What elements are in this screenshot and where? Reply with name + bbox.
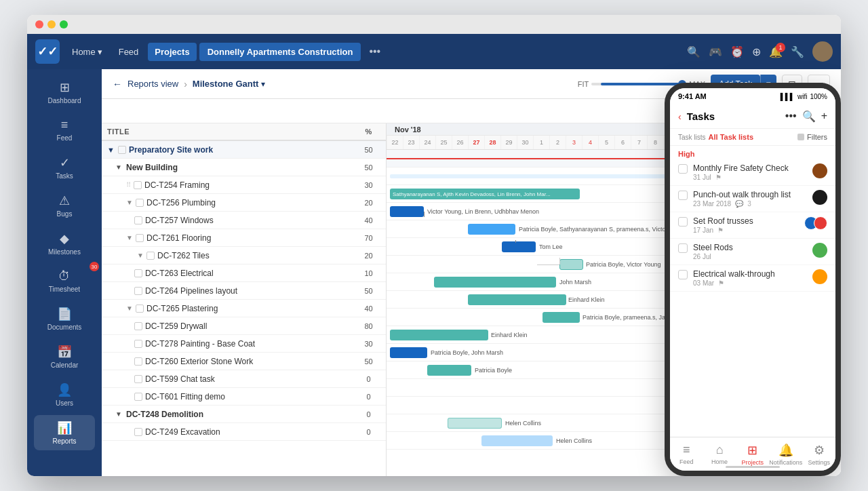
breadcrumb-reports[interactable]: Reports view xyxy=(127,79,178,89)
close-button[interactable] xyxy=(35,20,43,28)
mobile-add-icon[interactable]: + xyxy=(821,110,827,123)
mobile-task-checkbox[interactable] xyxy=(678,243,688,253)
mobile-nav-feed[interactable]: ≡ Feed xyxy=(670,437,703,471)
expand-icon[interactable]: ▼ xyxy=(126,234,133,241)
task-checkbox[interactable] xyxy=(134,181,142,189)
back-button[interactable]: ← xyxy=(113,79,122,90)
task-row[interactable]: DC-T260 Exterior Stone Work 50 xyxy=(102,353,386,370)
all-tasks-link[interactable]: All Task lists xyxy=(709,133,753,141)
task-checkbox[interactable] xyxy=(136,234,144,242)
expand-icon[interactable]: ▼ xyxy=(126,199,133,206)
gantt-bar-demolition[interactable] xyxy=(448,418,502,429)
notifications[interactable]: 🔔 1 xyxy=(769,45,783,58)
sidebar-item-feed[interactable]: ≡ Feed xyxy=(34,113,95,147)
task-row[interactable]: DC-T259 Drywall 80 xyxy=(102,317,386,335)
task-row[interactable]: DC-T599 Chat task 0 xyxy=(102,370,386,388)
task-checkbox[interactable] xyxy=(136,199,144,207)
task-checkbox[interactable] xyxy=(134,322,142,330)
task-row[interactable]: DC-T601 Fitting demo 0 xyxy=(102,388,386,406)
filter-left: Task lists All Task lists xyxy=(678,133,753,141)
task-row[interactable]: DC-T263 Electrical 10 xyxy=(102,264,386,282)
task-row[interactable]: ⠿ DC-T254 Framing 30 xyxy=(102,176,386,194)
task-row[interactable]: ▼ New Building 50 xyxy=(102,159,386,176)
mobile-task-checkbox[interactable] xyxy=(678,164,688,174)
gantt-bar-tiles[interactable] xyxy=(559,259,583,270)
mobile-search-icon[interactable]: 🔍 xyxy=(802,110,816,123)
nav-feed[interactable]: Feed xyxy=(112,43,146,61)
user-avatar[interactable] xyxy=(812,41,833,62)
task-checkbox[interactable] xyxy=(134,340,142,348)
sidebar-item-dashboard[interactable]: ⊞ Dashboard xyxy=(34,75,95,110)
gantt-bar-pipelines[interactable] xyxy=(468,294,566,305)
view-dropdown[interactable]: ▾ xyxy=(261,79,265,89)
timeline-slider[interactable] xyxy=(591,83,686,85)
gantt-bar-excavation[interactable] xyxy=(481,435,553,446)
task-row[interactable]: ▼ DC-T262 Tiles 20 xyxy=(102,247,386,264)
priority-section: High xyxy=(670,146,835,159)
plus-icon[interactable]: ⊕ xyxy=(752,45,761,58)
collapse-icon[interactable]: ▼ xyxy=(107,146,115,154)
nav-projects[interactable]: Projects xyxy=(148,43,196,61)
task-row[interactable]: DC-T249 Excavation 0 xyxy=(102,423,386,441)
gantt-bar-framing[interactable]: Sathyanarayanan S, Ajith Kevin Devadoss,… xyxy=(390,189,580,199)
expand-icon[interactable]: ▼ xyxy=(137,252,144,259)
expand-icon[interactable]: ▼ xyxy=(126,305,133,312)
mobile-task-checkbox[interactable] xyxy=(678,270,688,279)
nav-more[interactable]: ••• xyxy=(363,45,386,58)
app-logo[interactable]: ✓✓ xyxy=(35,39,60,64)
day-cell: 1 xyxy=(533,136,549,149)
task-checkbox[interactable] xyxy=(134,216,142,224)
task-checkbox[interactable] xyxy=(134,269,142,277)
sidebar-item-users[interactable]: 👤 Users xyxy=(34,377,95,412)
gantt-bar-drywall[interactable] xyxy=(390,330,488,340)
gantt-bar-painting[interactable] xyxy=(390,347,427,358)
mobile-back-button[interactable]: ‹ xyxy=(678,111,682,122)
sidebar-item-timesheet[interactable]: ⏱ 30 Timesheet xyxy=(34,264,95,298)
gantt-bar-flooring[interactable] xyxy=(502,241,536,252)
search-icon[interactable]: 🔍 xyxy=(687,45,701,58)
mobile-more-icon[interactable]: ••• xyxy=(785,110,797,123)
drag-handle[interactable]: ⠿ xyxy=(126,181,131,189)
task-checkbox[interactable] xyxy=(134,375,142,383)
maximize-button[interactable] xyxy=(60,20,68,28)
tools-icon[interactable]: 🔧 xyxy=(791,45,804,58)
sidebar-item-calendar[interactable]: 📅 Calendar xyxy=(34,339,95,374)
gantt-bar-plumbing[interactable] xyxy=(390,206,424,217)
task-row[interactable]: DC-T264 Pipelines layout 50 xyxy=(102,282,386,300)
task-row[interactable]: ▼ DC-T256 Plumbing 20 xyxy=(102,194,386,212)
task-checkbox[interactable] xyxy=(146,252,155,260)
collapse-icon[interactable]: ▼ xyxy=(115,163,123,172)
task-row[interactable]: ▼ Preparatory Site work 50 xyxy=(102,141,386,159)
task-row[interactable]: DC-T257 Windows 40 xyxy=(102,212,386,229)
nav-home[interactable]: Home ▾ xyxy=(65,43,109,61)
sidebar-item-bugs[interactable]: ⚠ Bugs xyxy=(34,188,95,223)
mobile-task-item: Steel Rods 26 Jul xyxy=(670,239,835,265)
gantt-bar-electrical[interactable] xyxy=(434,277,556,288)
minimize-button[interactable] xyxy=(47,20,56,28)
task-row[interactable]: ▼ DC-T265 Plastering 40 xyxy=(102,300,386,317)
task-checkbox[interactable] xyxy=(134,393,142,401)
task-checkbox[interactable] xyxy=(136,305,144,313)
mobile-task-checkbox[interactable] xyxy=(678,217,688,227)
task-checkbox[interactable] xyxy=(118,146,126,154)
gantt-bar-windows[interactable] xyxy=(468,224,515,235)
mobile-nav-settings[interactable]: ⚙ Settings xyxy=(802,437,835,471)
task-row[interactable]: ▼ DC-T248 Demolition 0 xyxy=(102,406,386,423)
clock-icon[interactable]: ⏰ xyxy=(730,45,744,58)
sidebar-item-documents[interactable]: 📄 Documents xyxy=(34,301,95,336)
sidebar-item-milestones[interactable]: ◆ Milestones xyxy=(34,226,95,261)
task-checkbox[interactable] xyxy=(134,287,142,295)
nav-project-name[interactable]: Donnelly Apartments Construction xyxy=(199,43,361,61)
task-checkbox[interactable] xyxy=(134,428,142,436)
task-row[interactable]: ▼ DC-T261 Flooring 70 xyxy=(102,229,386,247)
sidebar-item-tasks[interactable]: ✓ Tasks xyxy=(34,150,95,185)
task-row[interactable]: DC-T278 Painting - Base Coat 30 xyxy=(102,335,386,353)
filters-right[interactable]: Filters xyxy=(797,133,827,141)
gantt-bar-plastering[interactable] xyxy=(542,312,580,323)
gamepad-icon[interactable]: 🎮 xyxy=(709,45,722,58)
sidebar-item-reports[interactable]: 📊 Reports xyxy=(34,415,95,450)
gantt-bar-stone[interactable] xyxy=(427,365,471,376)
mobile-task-checkbox[interactable] xyxy=(678,191,688,200)
task-checkbox[interactable] xyxy=(134,357,142,366)
collapse-icon[interactable]: ▼ xyxy=(115,410,123,418)
